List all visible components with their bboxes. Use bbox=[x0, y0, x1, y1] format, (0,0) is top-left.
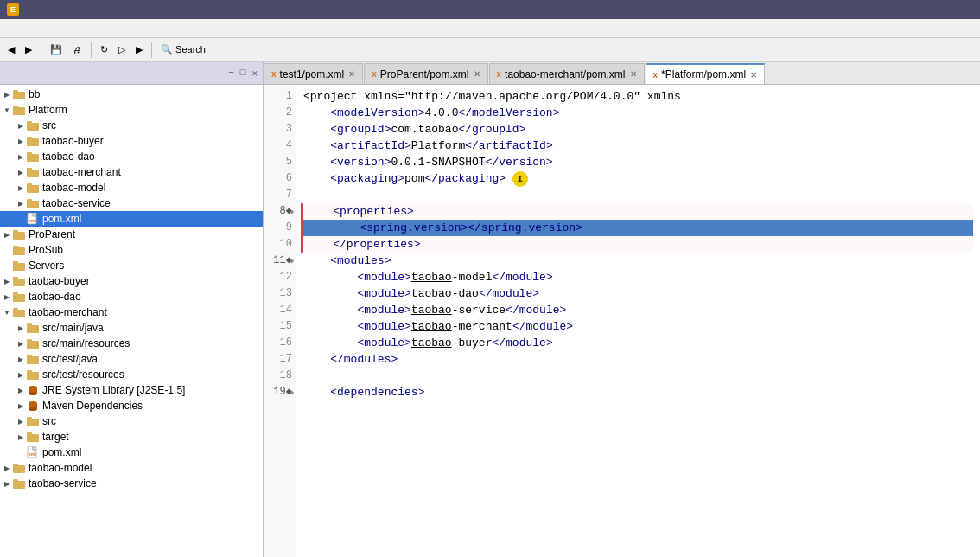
tree-arrow: ▼ bbox=[2, 309, 12, 317]
tree-item-src-main-resources[interactable]: ▶ src/main/resources bbox=[0, 336, 263, 351]
svg-rect-38 bbox=[27, 370, 32, 373]
toolbar-debug[interactable]: ▷ bbox=[114, 41, 130, 60]
svg-rect-53 bbox=[13, 464, 18, 466]
toolbar-run[interactable]: ▶ bbox=[131, 41, 147, 60]
line-number-18: 18 bbox=[264, 368, 296, 384]
tab-label: *Platform/pom.xml bbox=[661, 68, 746, 80]
code-line-8: <properties> bbox=[301, 203, 973, 220]
tree-label: src/test/resources bbox=[42, 368, 124, 381]
menu-edit[interactable] bbox=[16, 27, 26, 30]
menu-window[interactable] bbox=[88, 27, 99, 30]
tree-item-maven-dependencies[interactable]: ▶ Maven Dependencies bbox=[0, 398, 263, 413]
tab-close-test1-pom[interactable]: ✕ bbox=[348, 69, 355, 79]
tree-item-src[interactable]: ▶ src bbox=[0, 118, 263, 133]
tree-icon-xml: xml bbox=[26, 445, 40, 459]
tree-item-taobao-merchant2[interactable]: ▼ taobao-merchant bbox=[0, 304, 263, 320]
tab-close-taobao-merchant-pom[interactable]: ✕ bbox=[630, 69, 637, 79]
tree-arrow: ▶ bbox=[16, 387, 26, 394]
line-number-6: 6 bbox=[264, 170, 296, 187]
tab-ProParent-pom[interactable]: xProParent/pom.xml✕ bbox=[364, 63, 487, 84]
tree-item-taobao-service[interactable]: ▶ taobao-service bbox=[0, 195, 263, 211]
app-icon: E bbox=[7, 3, 19, 16]
code-line-3: <groupId>com.taobao</groupId> bbox=[303, 121, 973, 138]
tab-close-ProParent-pom[interactable]: ✕ bbox=[474, 69, 480, 79]
tree-item-taobao-model2[interactable]: ▶ taobao-model bbox=[0, 460, 263, 476]
tree-item-ProSub[interactable]: ProSub bbox=[0, 242, 263, 258]
tab-taobao-merchant-pom[interactable]: xtaobao-merchant/pom.xml✕ bbox=[489, 63, 645, 84]
menu-project[interactable] bbox=[64, 27, 74, 30]
tree-item-jre-system-library[interactable]: ▶ JRE System Library [J2SE-1.5] bbox=[0, 382, 263, 398]
menu-search[interactable] bbox=[52, 27, 62, 30]
tree-item-taobao-model[interactable]: ▶ taobao-model bbox=[0, 180, 263, 195]
tree-label: src/main/resources bbox=[42, 337, 130, 349]
tree-icon-srcfolder bbox=[26, 321, 40, 335]
menu-source[interactable] bbox=[28, 27, 38, 30]
tree-icon-folder bbox=[12, 477, 26, 490]
tab-test1-pom[interactable]: xtest1/pom.xml✕ bbox=[264, 63, 363, 84]
toolbar-forward[interactable]: ▶ bbox=[21, 41, 36, 60]
svg-rect-5 bbox=[27, 121, 32, 124]
tree-item-src-test-resources[interactable]: ▶ src/test/resources bbox=[0, 367, 263, 382]
toolbar-search[interactable]: 🔍 Search bbox=[156, 41, 210, 60]
panel-maximize[interactable]: □ bbox=[239, 67, 248, 80]
menu-help[interactable] bbox=[100, 27, 111, 30]
panel-minimize[interactable]: − bbox=[226, 67, 236, 80]
tree-arrow: ▶ bbox=[16, 184, 26, 192]
tab-close-Platform-pom[interactable]: ✕ bbox=[750, 70, 757, 80]
tree-item-taobao-buyer[interactable]: ▶ taobao-buyer bbox=[0, 133, 263, 149]
tree-item-taobao-dao[interactable]: ▶ taobao-dao bbox=[0, 149, 263, 164]
tree-icon-folder bbox=[26, 181, 40, 195]
svg-rect-4 bbox=[27, 123, 39, 131]
tree-item-platform[interactable]: ▼ Platform bbox=[0, 102, 263, 118]
tree-item-pom-xml[interactable]: xml pom.xml bbox=[0, 211, 263, 227]
tree-item-src2[interactable]: ▶ src bbox=[0, 413, 263, 429]
tree-icon-folder bbox=[26, 150, 40, 163]
tree-item-taobao-service2[interactable]: ▶ taobao-service bbox=[0, 476, 263, 491]
main-layout: − □ ✕ ▶ bb▼ Platform▶ src▶ taobao-buyer▶… bbox=[0, 62, 980, 557]
tree-item-Servers[interactable]: Servers bbox=[0, 258, 263, 273]
tree-label: src bbox=[42, 415, 56, 427]
menu-file[interactable] bbox=[3, 27, 14, 30]
tree-item-bb[interactable]: ▶ bb bbox=[0, 86, 263, 102]
tree-arrow: ▶ bbox=[16, 418, 26, 426]
tree-label: taobao-merchant bbox=[42, 166, 121, 178]
toolbar-refresh[interactable]: ↻ bbox=[96, 41, 112, 60]
tree-label: taobao-model bbox=[29, 462, 92, 474]
toolbar-print[interactable]: 🖨 bbox=[68, 41, 86, 60]
tree-item-pom-xml2[interactable]: xml pom.xml bbox=[0, 445, 263, 460]
line-number-11: 11◆ bbox=[264, 253, 296, 269]
tree-item-taobao-buyer2[interactable]: ▶ taobao-buyer bbox=[0, 273, 263, 289]
tab-label: ProParent/pom.xml bbox=[380, 68, 469, 80]
toolbar-sep3 bbox=[151, 42, 152, 58]
svg-rect-37 bbox=[27, 372, 39, 380]
code-line-12: <module>taobao-model</module> bbox=[303, 269, 973, 285]
code-editor[interactable]: <project xmlns="http://maven.apache.org/… bbox=[296, 85, 980, 557]
tree-arrow: ▶ bbox=[16, 402, 26, 410]
tree-label: Servers bbox=[29, 259, 64, 272]
panel-header-icons: − □ ✕ bbox=[226, 67, 259, 80]
tree-item-taobao-dao2[interactable]: ▶ taobao-dao bbox=[0, 289, 263, 304]
tab-Platform-pom[interactable]: x*Platform/pom.xml✕ bbox=[646, 63, 766, 84]
line-number-12: 12 bbox=[264, 269, 296, 285]
menu-run[interactable] bbox=[76, 27, 86, 30]
tree-icon-folder bbox=[12, 87, 26, 101]
tree-icon-folder bbox=[12, 274, 26, 288]
line-number-3: 3 bbox=[264, 121, 296, 138]
editor-area[interactable]: 12345678◆91011◆1213141516171819◆ <projec… bbox=[264, 85, 980, 557]
panel-close[interactable]: ✕ bbox=[250, 67, 259, 80]
code-line-10: </properties> bbox=[301, 236, 973, 253]
toolbar-back[interactable]: ◀ bbox=[3, 41, 19, 60]
svg-rect-35 bbox=[27, 356, 39, 364]
file-tree[interactable]: ▶ bb▼ Platform▶ src▶ taobao-buyer▶ taoba… bbox=[0, 85, 263, 557]
tree-item-ProParent[interactable]: ▶ ProParent bbox=[0, 227, 263, 242]
tree-arrow: ▶ bbox=[2, 464, 12, 472]
tree-item-src-test-java[interactable]: ▶ src/test/java bbox=[0, 351, 263, 367]
svg-rect-8 bbox=[27, 154, 39, 162]
tree-icon-folder bbox=[12, 243, 26, 257]
toolbar-save[interactable]: 💾 bbox=[46, 41, 67, 60]
tree-item-taobao-merchant[interactable]: ▶ taobao-merchant bbox=[0, 164, 263, 180]
tree-item-target[interactable]: ▶ target bbox=[0, 429, 263, 445]
tree-item-src-main-java[interactable]: ▶ src/main/java bbox=[0, 320, 263, 336]
tree-icon-folder bbox=[26, 414, 40, 428]
menu-navigate[interactable] bbox=[40, 27, 50, 30]
